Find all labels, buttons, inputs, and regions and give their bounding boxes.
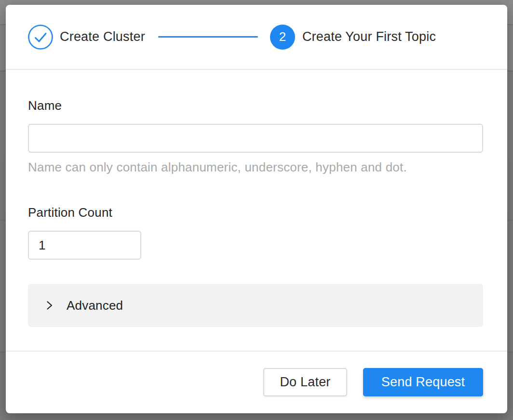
partition-count-input[interactable] (28, 231, 141, 260)
step-create-cluster: Create Cluster (28, 25, 145, 50)
topic-form: Name Name can only contain alphanumeric,… (6, 70, 507, 351)
page-overlay-backdrop: Create Cluster 2 Create Your First Topic… (0, 0, 513, 420)
create-topic-modal: Create Cluster 2 Create Your First Topic… (6, 5, 507, 413)
stepper-connector-line (158, 36, 258, 38)
step1-label: Create Cluster (60, 29, 145, 44)
send-request-button[interactable]: Send Request (363, 368, 483, 396)
do-later-button[interactable]: Do Later (263, 368, 347, 396)
name-field-help-text: Name can only contain alphanumeric, unde… (28, 159, 483, 175)
advanced-section-label: Advanced (67, 298, 123, 313)
name-field-label: Name (28, 98, 483, 113)
partition-count-label: Partition Count (28, 205, 483, 220)
step2-number-badge: 2 (270, 25, 295, 50)
advanced-section-toggle[interactable]: Advanced (28, 284, 483, 327)
step-create-first-topic: 2 Create Your First Topic (270, 25, 436, 50)
modal-footer: Do Later Send Request (6, 351, 507, 413)
chevron-right-icon (44, 300, 55, 311)
step2-number: 2 (279, 29, 286, 44)
step-complete-check-icon (28, 25, 53, 50)
topic-name-input[interactable] (28, 124, 483, 153)
step2-label: Create Your First Topic (302, 29, 436, 44)
stepper-header: Create Cluster 2 Create Your First Topic (6, 5, 507, 70)
